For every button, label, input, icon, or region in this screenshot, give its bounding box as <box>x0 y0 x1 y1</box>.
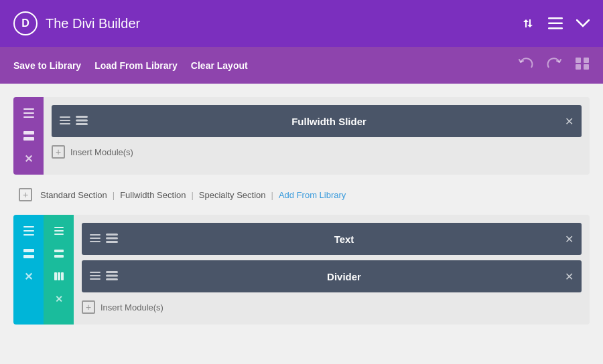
svg-rect-27 <box>54 255 64 258</box>
svg-rect-14 <box>60 123 70 124</box>
insert-module-label: Insert Module(s) <box>70 147 133 157</box>
svg-rect-26 <box>54 250 64 252</box>
text-module-icons <box>90 234 118 245</box>
logo: D <box>13 11 38 35</box>
save-to-library-button[interactable]: Save to Library <box>13 55 94 76</box>
chevron-down-icon[interactable] <box>576 19 590 27</box>
toolbar-actions: Save to Library Load From Library Clear … <box>13 55 519 76</box>
svg-rect-39 <box>90 278 100 280</box>
svg-rect-6 <box>584 64 589 70</box>
svg-rect-31 <box>90 234 100 236</box>
insert-module-2[interactable]: + Insert Module(s) <box>82 298 582 316</box>
section-1: ✕ <box>13 97 590 175</box>
col-columns-icon[interactable] <box>51 268 67 284</box>
redo-icon[interactable] <box>547 57 561 74</box>
fullwidth-section-link[interactable]: Fullwidth Section <box>120 190 186 200</box>
module-icons <box>60 116 88 127</box>
svg-rect-9 <box>23 116 34 118</box>
section-2-drag-icon[interactable] <box>21 223 37 239</box>
insert-module-2-icon: + <box>82 300 95 314</box>
module-drag-icon[interactable] <box>60 116 70 126</box>
svg-rect-2 <box>548 27 563 29</box>
section-2-layout-icon[interactable] <box>21 246 37 262</box>
toolbar-right <box>519 57 590 74</box>
svg-rect-33 <box>90 241 100 242</box>
svg-rect-5 <box>576 64 581 70</box>
svg-rect-18 <box>23 226 34 227</box>
load-from-library-button[interactable]: Load From Library <box>94 55 191 76</box>
svg-rect-35 <box>106 237 118 239</box>
grid-view-icon[interactable] <box>575 57 590 74</box>
add-section-links: Standard Section | Fullwidth Section | S… <box>40 190 346 200</box>
svg-rect-11 <box>23 137 34 141</box>
section-1-drag-icon[interactable] <box>21 105 37 121</box>
svg-rect-41 <box>106 274 118 276</box>
divider-drag-icon[interactable] <box>90 272 100 282</box>
hamburger-icon[interactable] <box>548 17 563 29</box>
divider-module-close[interactable]: ✕ <box>565 270 574 283</box>
header-actions <box>521 17 590 30</box>
svg-rect-4 <box>584 58 589 63</box>
svg-rect-8 <box>23 112 34 114</box>
section-1-content: Fullwidth Slider ✕ + Insert Module(s) <box>44 97 590 175</box>
col-close-icon[interactable]: ✕ <box>51 291 67 307</box>
header-title: The Divi Builder <box>46 16 521 31</box>
svg-rect-24 <box>54 230 64 232</box>
undo-icon[interactable] <box>519 57 533 74</box>
svg-rect-19 <box>23 230 34 232</box>
section-2: ✕ <box>13 215 590 325</box>
section-1-close-icon[interactable]: ✕ <box>21 151 37 167</box>
add-section-icon[interactable]: + <box>19 188 32 201</box>
svg-rect-16 <box>76 119 88 121</box>
section-2-content: Text ✕ <box>74 215 590 325</box>
divider-module: Divider ✕ <box>82 260 582 292</box>
standard-section-link[interactable]: Standard Section <box>40 190 107 200</box>
divider-module-title: Divider <box>129 271 559 282</box>
section-1-sidebar: ✕ <box>13 97 44 175</box>
insert-module-1[interactable]: + Insert Module(s) <box>52 143 582 161</box>
col-layout-icon[interactable] <box>51 246 67 262</box>
svg-rect-42 <box>106 278 118 280</box>
section-2-col-sidebar: ✕ <box>44 215 74 325</box>
svg-rect-32 <box>90 238 100 239</box>
svg-rect-3 <box>576 58 581 63</box>
divider-settings-icon[interactable] <box>106 271 118 282</box>
text-drag-icon[interactable] <box>90 234 100 244</box>
svg-rect-1 <box>548 23 563 25</box>
insert-module-icon: + <box>52 145 65 159</box>
insert-module-2-label: Insert Module(s) <box>100 302 163 312</box>
svg-rect-37 <box>90 272 100 273</box>
builder-container: D The Divi Builder <box>0 0 603 364</box>
add-from-library-link[interactable]: Add From Library <box>279 190 346 200</box>
svg-rect-12 <box>60 116 70 118</box>
text-module: Text ✕ <box>82 223 582 255</box>
clear-layout-button[interactable]: Clear Layout <box>191 55 261 76</box>
svg-rect-25 <box>54 234 64 235</box>
fullwidth-slider-close[interactable]: ✕ <box>565 115 574 128</box>
module-settings-icon[interactable] <box>76 116 88 127</box>
svg-rect-23 <box>54 227 64 228</box>
svg-rect-17 <box>76 123 88 125</box>
section-2-close-icon[interactable]: ✕ <box>21 268 37 284</box>
svg-rect-13 <box>60 120 70 121</box>
svg-rect-36 <box>106 241 118 243</box>
col-drag-icon[interactable] <box>51 223 67 239</box>
divider-module-icons <box>90 271 118 282</box>
section-1-layout-icon[interactable] <box>21 128 37 144</box>
svg-rect-28 <box>54 272 57 280</box>
svg-rect-34 <box>106 234 118 236</box>
text-settings-icon[interactable] <box>106 234 118 245</box>
svg-rect-20 <box>23 234 34 236</box>
specialty-section-link[interactable]: Specialty Section <box>199 190 266 200</box>
text-module-title: Text <box>129 234 559 245</box>
content-area: ✕ <box>0 84 603 364</box>
svg-rect-0 <box>548 17 563 19</box>
svg-rect-38 <box>90 275 100 276</box>
svg-rect-40 <box>106 271 118 273</box>
svg-rect-21 <box>23 249 34 252</box>
svg-rect-30 <box>61 272 64 280</box>
sort-icon[interactable] <box>521 17 535 30</box>
header-bar: D The Divi Builder <box>0 0 603 47</box>
text-module-close[interactable]: ✕ <box>565 233 574 246</box>
fullwidth-slider-title: Fullwidth Slider <box>98 116 559 127</box>
